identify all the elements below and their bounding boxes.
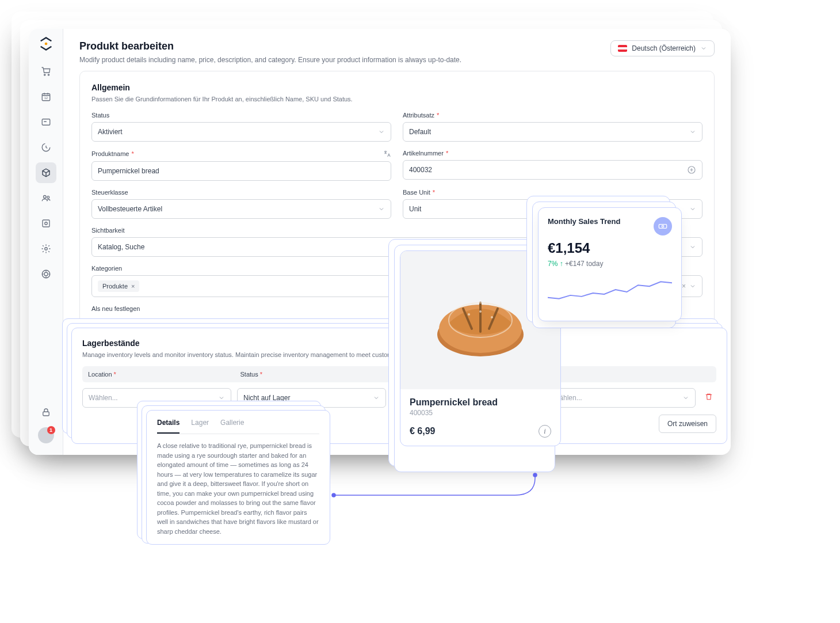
info-icon[interactable]: i [539,425,551,438]
name-label: Produktname* [91,150,391,158]
product-title: Pumpernickel bread [410,397,551,408]
chevron-down-icon [378,128,385,135]
svg-text:12: 12 [44,96,48,100]
trash-icon[interactable] [701,389,716,407]
chevron-down-icon [682,394,689,401]
product-sku: 400035 [410,409,551,417]
safe-icon[interactable] [36,213,56,234]
tab-details[interactable]: Details [157,419,180,434]
svg-point-25 [662,225,663,227]
tab-gallery[interactable]: Gallerie [220,419,244,434]
attrset-select[interactable]: Default [403,122,702,142]
svg-point-1 [44,74,45,75]
svg-point-8 [47,196,49,199]
sidebar: 12 1 [29,29,63,455]
clock-icon[interactable] [36,137,56,158]
svg-point-0 [44,43,47,45]
chevron-down-icon [689,206,696,212]
section-desc: Passen Sie die Grundinformationen für Ih… [91,96,702,102]
svg-point-13 [44,272,48,276]
assign-location-button[interactable]: Ort zuweisen [659,415,716,433]
sku-label: Artikelnummer* [403,150,702,157]
calendar-icon[interactable]: 12 [36,86,56,107]
category-chip: Produkte× [98,280,139,292]
col-unit: Unit* [545,371,692,378]
trend-subtitle: 7% ↑ +€147 today [548,260,672,268]
users-icon[interactable] [36,188,56,208]
svg-rect-14 [43,412,49,416]
plus-icon[interactable] [687,165,696,174]
section-title: Allgemein [91,83,702,92]
flag-icon [618,45,627,52]
money-icon [654,217,672,235]
tab-stock[interactable]: Lager [191,419,209,434]
svg-point-21 [479,310,482,313]
svg-point-19 [468,313,470,316]
svg-rect-9 [43,220,49,227]
svg-rect-5 [42,119,50,126]
logo [38,36,54,52]
product-price: € 6,99 [410,426,435,436]
svg-point-10 [44,222,47,225]
chevron-down-icon [373,394,380,401]
notification-badge: 1 [47,426,55,434]
tax-select[interactable]: Vollbesteuerte Artikel [91,199,391,219]
tax-label: Steuerklasse [91,189,391,196]
language-select[interactable]: Deutsch (Österreich) [610,40,715,56]
trend-chart [548,275,672,309]
svg-point-23 [533,473,537,477]
package-icon[interactable] [36,162,56,183]
col-location: Location* [88,371,235,378]
translate-icon [383,150,391,158]
details-popup: Details Lager Gallerie A close relative … [146,410,330,545]
message-icon[interactable] [36,112,56,132]
chevron-down-icon [378,206,385,212]
cart-icon[interactable] [36,61,56,82]
connector-line [331,472,544,501]
sku-input[interactable]: 400032 [403,160,702,180]
lock-icon[interactable] [36,402,56,423]
new-label: Als neu festlegen [91,305,391,312]
gear-icon[interactable] [36,238,56,259]
status-label: Status [91,112,391,119]
help-icon[interactable] [36,264,56,284]
clear-icon[interactable]: × [682,282,686,290]
svg-rect-24 [659,225,666,229]
inv-unit-select[interactable]: Wählen... [547,388,696,408]
svg-point-11 [44,248,47,250]
col-status: Status* [240,371,387,378]
chevron-down-icon [689,244,696,250]
chevron-down-icon [700,45,707,52]
page-title: Produkt bearbeiten [79,40,461,52]
avatar[interactable]: 1 [38,427,54,443]
status-select[interactable]: Aktiviert [91,122,391,142]
attrset-label: Attributsatz* [403,112,702,119]
sales-trend-card: Monthly Sales Trend €1,154 7% ↑ +€147 to… [538,207,682,321]
svg-point-2 [48,74,49,75]
trend-value: €1,154 [548,240,672,256]
page-subtitle: Modify product details including name, p… [79,56,461,64]
details-text: A close relative to traditional rye, pum… [157,441,319,536]
chevron-down-icon [689,283,696,290]
svg-point-20 [491,316,493,318]
name-input[interactable]: Pumpernickel bread [91,161,391,181]
svg-point-7 [43,196,46,199]
chevron-down-icon [689,128,696,135]
chip-remove-icon[interactable]: × [131,283,135,290]
trend-title: Monthly Sales Trend [548,217,620,226]
unit-label: Base Unit* [403,189,702,196]
